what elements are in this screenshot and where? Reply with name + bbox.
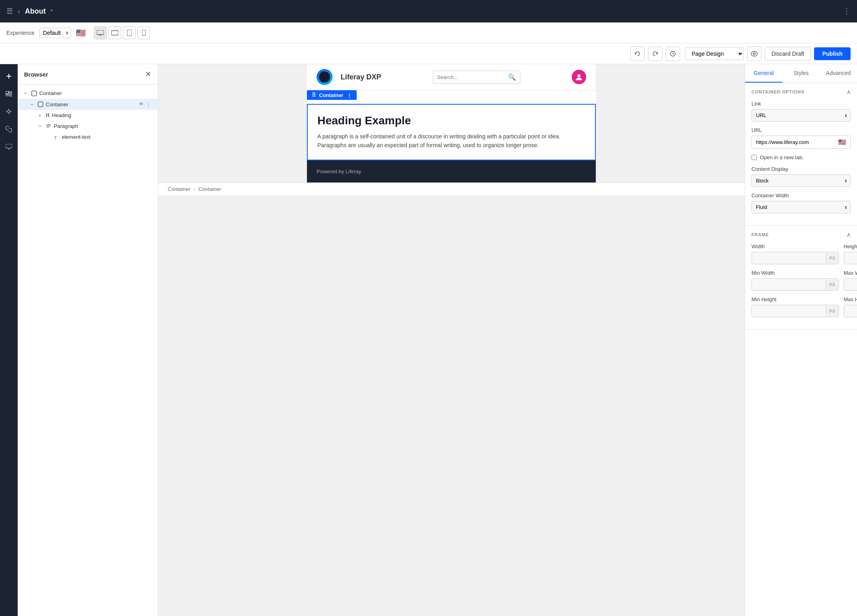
modified-indicator: * [51,8,53,14]
container-options-header[interactable]: CONTAINER OPTIONS ∧ [745,83,857,101]
page-search[interactable]: 🔍 [433,71,520,84]
tree-item-element-text[interactable]: T element-text [18,132,158,142]
max-height-input-wrap: PX [844,305,857,317]
back-icon[interactable]: ‹ [18,7,20,16]
svg-point-4 [112,32,112,33]
svg-rect-20 [32,91,37,96]
max-width-input-wrap: PX [844,278,857,291]
max-width-field: Max Width PX [844,270,857,291]
container-width-label: Container Width [751,192,851,199]
section-collapse-icon[interactable]: ∧ [847,89,851,95]
min-height-input[interactable] [752,305,826,317]
page-brand: Liferay DXP [341,73,381,81]
tablet-landscape-view-btn[interactable] [108,26,121,39]
tablet-view-btn[interactable] [123,26,136,39]
text-icon: T [54,134,59,140]
page-design-select[interactable]: Page Design [685,47,744,60]
canvas: Liferay DXP 🔍 ⠿ Container ⋮ [158,64,745,616]
sidebar-toggle-icon[interactable]: ☰ [6,7,13,16]
height-input-wrap: PX [844,252,857,264]
add-element-btn[interactable] [2,69,16,83]
tree-item-heading[interactable]: + H Heading [18,110,158,121]
breadcrumb-item-1[interactable]: Container [168,186,190,192]
tree-item-actions: 👁 ⋮ [139,101,151,107]
new-tab-row: Open in a new tab. [751,154,851,160]
container-label-bar: ⠿ Container ⋮ [307,90,357,100]
tab-styles[interactable]: Styles [782,64,820,83]
frame-collapse-icon[interactable]: ∧ [847,231,851,238]
comments-btn[interactable] [2,140,16,154]
locale-flag[interactable]: 🇺🇸 [76,28,86,38]
container-width-wrap: Fluid Fixed [751,201,851,213]
max-width-label: Max Width [844,270,857,276]
browser-title: Browser [24,71,48,78]
experience-label: Experience [6,30,35,36]
tree-toggle[interactable]: − [30,101,35,107]
footer-text: Powered by Liferay [317,168,361,174]
tree-item-container-root[interactable]: − Container [18,88,158,99]
tree-item-label: element-text [62,134,151,140]
min-height-field: Min Height PX [751,296,839,317]
theme-btn[interactable] [2,104,16,119]
container-options-body: Link URL Page Mapped URL URL 🇺🇸 [745,101,857,225]
container-more-icon[interactable]: ⋮ [347,92,352,98]
height-input[interactable] [844,252,857,264]
min-width-input-wrap: PX [751,278,839,291]
svg-point-19 [8,110,10,113]
more-icon[interactable]: ⋮ [146,101,151,107]
discard-draft-button[interactable]: Discard Draft [765,47,811,61]
new-tab-checkbox[interactable] [751,155,757,160]
link-select[interactable]: URL Page Mapped URL [751,109,851,122]
eye-icon[interactable]: 👁 [139,101,144,107]
browser-btn[interactable] [2,87,16,101]
url-field-row: URL 🇺🇸 [751,127,851,149]
desktop-view-btn[interactable] [94,26,107,39]
width-input[interactable] [752,252,826,264]
page-design-wrapper: Page Design [685,47,744,60]
history-button[interactable] [666,47,680,61]
tab-advanced[interactable]: Advanced [820,64,857,83]
redo-button[interactable] [648,47,662,61]
max-width-input[interactable] [844,279,857,290]
tree-toggle[interactable]: − [39,123,43,129]
container-block[interactable]: Heading Example A paragraph is a self-co… [307,104,596,160]
paragraph-icon [46,124,51,129]
heading-type-icon: H [46,112,49,118]
tree-toggle[interactable]: + [39,113,43,118]
container-label: Container [319,92,343,98]
tree-item-container-child[interactable]: − Container 👁 ⋮ [18,99,158,110]
min-width-label: Min Width [751,270,839,276]
right-panel: General Styles Advanced CONTAINER OPTION… [745,64,857,616]
tab-general[interactable]: General [745,64,782,83]
link-btn[interactable] [2,122,16,136]
tree-item-label: Paragraph [54,123,151,129]
page-logo [317,69,333,85]
svg-rect-18 [9,95,12,96]
breadcrumb-item-2[interactable]: Container [199,186,221,192]
undo-button[interactable] [630,47,645,61]
min-max-width-row: Min Width PX Max Width PX [751,270,851,296]
browser-close-button[interactable]: ✕ [145,70,151,79]
svg-point-11 [753,53,755,55]
tree-item-paragraph[interactable]: − Paragraph [18,121,158,132]
max-height-input[interactable] [844,305,857,317]
url-flag: 🇺🇸 [838,138,846,146]
drag-handle-icon[interactable]: ⠿ [312,92,316,98]
container-icon [31,91,37,96]
preview-button[interactable] [747,47,762,61]
top-menu-icon[interactable]: ⋮ [843,6,851,16]
min-max-height-row: Min Height PX Max Height PX [751,296,851,323]
url-input[interactable] [756,139,836,145]
experience-select[interactable]: Default [39,28,71,38]
content-display-select[interactable]: Block Flex Row Flex Column Grid [751,174,851,187]
publish-button[interactable]: Publish [814,47,851,60]
mobile-view-btn[interactable] [137,26,150,39]
page-title: About [25,7,46,16]
frame-header[interactable]: FRAME ∧ [745,226,857,243]
svg-rect-0 [97,30,104,34]
tree-toggle[interactable]: − [24,90,29,96]
container-width-select[interactable]: Fluid Fixed [751,201,851,213]
page-search-input[interactable] [437,74,505,80]
min-width-input[interactable] [752,279,826,290]
url-row: 🇺🇸 [751,136,851,149]
